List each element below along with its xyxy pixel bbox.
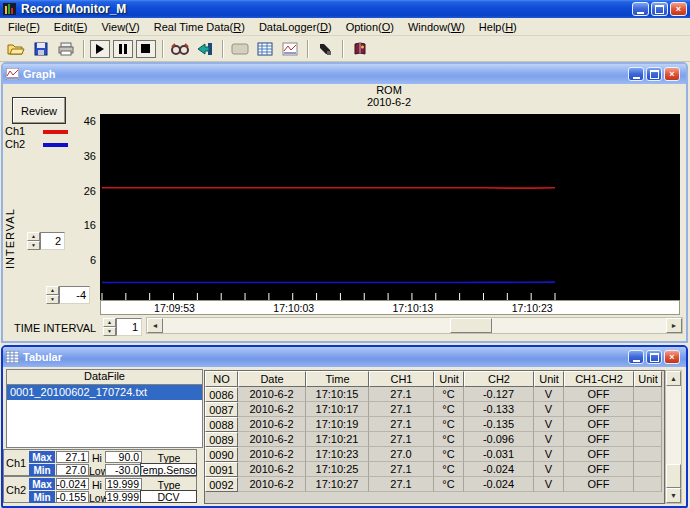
blank-view-icon[interactable] xyxy=(229,39,251,59)
type-value[interactable]: DCV xyxy=(140,490,197,503)
ymin-stepper[interactable]: ▲ ▼ xyxy=(46,286,59,304)
print-icon[interactable] xyxy=(55,39,77,59)
menu-item-edit[interactable]: Edit(E) xyxy=(54,21,88,33)
column-header[interactable]: CH1 xyxy=(369,371,434,387)
row-header-cell: 0092 xyxy=(205,477,238,492)
menu-item-help[interactable]: Help(H) xyxy=(479,21,517,33)
y-axis-tick-label: 16 xyxy=(65,219,96,231)
menu-item-datalogger[interactable]: DataLogger(D) xyxy=(259,21,332,33)
realtime-view-icon[interactable] xyxy=(169,39,191,59)
graph-view-icon[interactable] xyxy=(279,39,301,59)
save-icon[interactable] xyxy=(30,39,52,59)
interval-value[interactable]: 2 xyxy=(40,232,65,250)
scroll-right-icon[interactable]: ► xyxy=(666,318,682,333)
ch2-stats-group: Ch2Max-0.024Hi19.999TypeMin-0.155Low-19.… xyxy=(3,476,197,503)
hi-label: Hi xyxy=(92,452,102,464)
ymin-value[interactable]: -4 xyxy=(59,286,90,304)
interval-up-icon[interactable]: ▲ xyxy=(27,232,40,241)
close-icon[interactable]: × xyxy=(670,2,687,16)
menu-item-view[interactable]: View(V) xyxy=(101,21,139,33)
graph-close-icon[interactable]: × xyxy=(664,67,680,81)
time-interval-value[interactable]: 1 xyxy=(116,318,142,336)
table-row[interactable]: 00862010-6-217:10:1527.1°C-0.127VOFF xyxy=(205,387,664,402)
table-row[interactable]: 00882010-6-217:10:1927.1°C-0.135VOFF xyxy=(205,417,664,432)
table-cell: OFF xyxy=(564,387,634,402)
type-value[interactable]: Temp.Sensor xyxy=(140,463,197,476)
table-v-scrollbar[interactable]: ▲ ▼ xyxy=(665,370,682,504)
maximize-icon[interactable] xyxy=(651,2,668,16)
low-value[interactable]: -30.0 xyxy=(105,464,142,476)
column-header[interactable]: Date xyxy=(238,371,306,387)
pause-icon[interactable] xyxy=(113,40,133,58)
column-header[interactable]: CH1-CH2 xyxy=(564,371,634,387)
table-v-scrollbar-thumb[interactable] xyxy=(666,464,681,488)
minimize-icon[interactable] xyxy=(632,2,649,16)
tabular-minimize-icon[interactable] xyxy=(628,350,644,364)
y-axis-tick-label: 36 xyxy=(65,150,96,162)
datafile-item[interactable]: 0001_20100602_170724.txt xyxy=(7,385,202,400)
table-cell: OFF xyxy=(564,477,634,492)
menu-item-window[interactable]: Window(W) xyxy=(408,21,465,33)
scroll-left-icon[interactable]: ◄ xyxy=(147,318,163,333)
table-cell xyxy=(634,432,662,447)
table-cell: 27.1 xyxy=(369,462,434,477)
exit-icon[interactable] xyxy=(194,39,216,59)
table-row[interactable]: 00892010-6-217:10:2127.1°C-0.096VOFF xyxy=(205,432,664,447)
column-header[interactable]: Unit xyxy=(434,371,464,387)
hi-value[interactable]: 90.0 xyxy=(105,451,142,463)
table-cell: °C xyxy=(434,432,464,447)
table-cell: 2010-6-2 xyxy=(238,417,306,432)
interval-down-icon[interactable]: ▼ xyxy=(27,241,40,250)
column-header[interactable]: Unit xyxy=(634,371,662,387)
ymin-up-icon[interactable]: ▲ xyxy=(46,286,59,295)
scroll-up-icon[interactable]: ▲ xyxy=(666,371,681,386)
table-cell xyxy=(634,387,662,402)
table-cell: 17:10:19 xyxy=(306,417,369,432)
stop-icon[interactable] xyxy=(136,40,156,58)
table-row[interactable]: 00922010-6-217:10:2727.1°C-0.024VOFF xyxy=(205,477,664,492)
table-cell: -0.127 xyxy=(464,387,534,402)
play-icon[interactable] xyxy=(90,40,110,58)
column-header[interactable]: Time xyxy=(306,371,369,387)
table-cell: 17:10:27 xyxy=(306,477,369,492)
table-cell: -0.133 xyxy=(464,402,534,417)
max-value: -0.024 xyxy=(56,478,89,490)
tabular-view-icon[interactable] xyxy=(254,39,276,59)
table-row[interactable]: 00872010-6-217:10:1727.1°C-0.133VOFF xyxy=(205,402,664,417)
menu-item-real-time-data[interactable]: Real Time Data(R) xyxy=(154,21,245,33)
graph-titlebar[interactable]: Graph × xyxy=(3,64,686,84)
table-cell: V xyxy=(534,387,564,402)
tabular-maximize-icon[interactable] xyxy=(646,350,662,364)
time-interval-stepper[interactable]: ▲ ▼ xyxy=(103,318,116,336)
interval-stepper[interactable]: ▲ ▼ xyxy=(27,232,40,250)
scroll-down-icon[interactable]: ▼ xyxy=(666,488,681,503)
graph-h-scrollbar[interactable]: ◄ ► xyxy=(146,317,683,334)
graph-h-scrollbar-thumb[interactable] xyxy=(450,318,492,333)
time-interval-down-icon[interactable]: ▼ xyxy=(103,327,116,336)
menu-item-file[interactable]: File(F) xyxy=(8,21,40,33)
column-header[interactable]: NO xyxy=(205,371,238,387)
tabular-titlebar[interactable]: Tabular × xyxy=(3,347,686,367)
graph-window-title: Graph xyxy=(23,68,55,80)
ymin-down-icon[interactable]: ▼ xyxy=(46,295,59,304)
review-button[interactable]: Review xyxy=(12,97,66,124)
table-cell: 17:10:23 xyxy=(306,447,369,462)
graph-maximize-icon[interactable] xyxy=(646,67,662,81)
hi-value[interactable]: 19.999 xyxy=(105,478,142,490)
app-icon xyxy=(3,2,17,16)
table-row[interactable]: 00902010-6-217:10:2327.0°C-0.031VOFF xyxy=(205,447,664,462)
row-header-cell: 0087 xyxy=(205,402,238,417)
low-value[interactable]: -19.999 xyxy=(105,491,142,503)
menu-item-option[interactable]: Option(O) xyxy=(346,21,394,33)
ch1-stats-group: Ch1Max27.1Hi90.0TypeMin27.0Low-30.0Temp.… xyxy=(3,449,197,476)
tools-icon[interactable] xyxy=(314,39,336,59)
data-table: NODateTimeCH1UnitCH2UnitCH1-CH2Unit00862… xyxy=(204,370,665,504)
column-header[interactable]: Unit xyxy=(534,371,564,387)
help-book-icon[interactable] xyxy=(349,39,371,59)
column-header[interactable]: CH2 xyxy=(464,371,534,387)
tabular-close-icon[interactable]: × xyxy=(664,350,680,364)
table-row[interactable]: 00912010-6-217:10:2527.1°C-0.024VOFF xyxy=(205,462,664,477)
time-interval-up-icon[interactable]: ▲ xyxy=(103,318,116,327)
graph-minimize-icon[interactable] xyxy=(628,67,644,81)
open-icon[interactable] xyxy=(5,39,27,59)
